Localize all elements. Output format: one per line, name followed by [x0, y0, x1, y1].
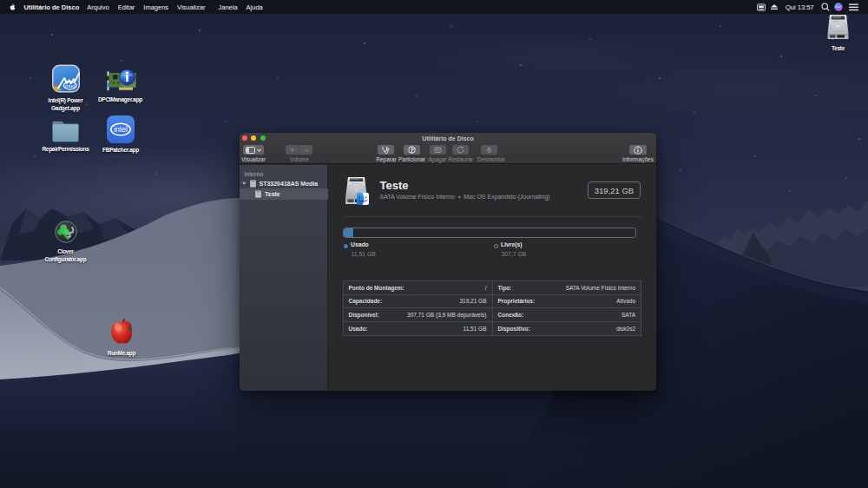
svg-text:intel: intel: [65, 82, 75, 89]
svg-text:intel: intel: [114, 125, 128, 134]
